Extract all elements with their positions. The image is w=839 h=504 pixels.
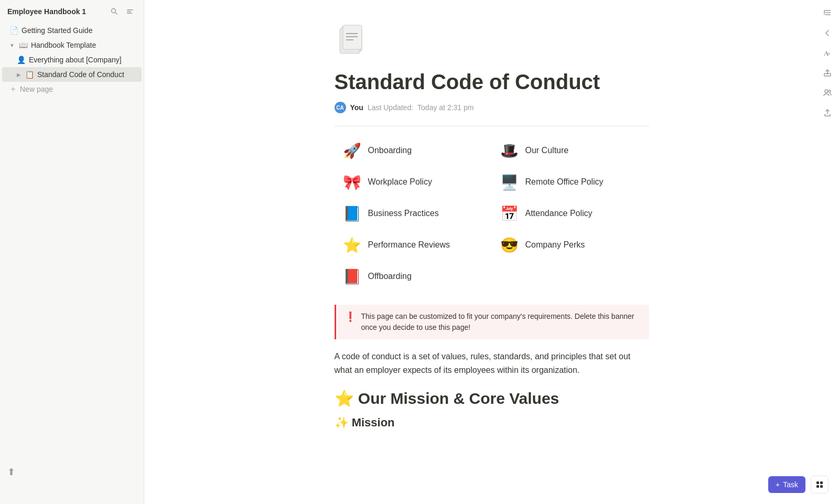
link-label: Workplace Policy bbox=[368, 177, 432, 187]
link-offboarding[interactable]: 📕 Offboarding bbox=[335, 261, 492, 292]
search-icon bbox=[110, 7, 119, 16]
toc-icon bbox=[823, 8, 832, 18]
right-panel: Aa bbox=[816, 0, 839, 504]
search-button[interactable] bbox=[108, 6, 121, 17]
svg-line-1 bbox=[115, 13, 117, 15]
section-heading: ⭐ Our Mission & Core Values bbox=[335, 389, 649, 408]
new-page-button[interactable]: ＋ New page bbox=[2, 82, 142, 96]
import-icon[interactable]: ⬆ bbox=[7, 467, 15, 477]
sub-heading-icon: ✨ bbox=[335, 416, 349, 429]
collapse-icon bbox=[126, 7, 134, 16]
link-label: Onboarding bbox=[368, 146, 412, 155]
company-perks-icon: 😎 bbox=[500, 235, 519, 254]
task-plus-icon: + bbox=[776, 480, 780, 489]
getting-started-icon: 📄 bbox=[9, 26, 18, 35]
sidebar-item-label: Getting Started Guide bbox=[21, 26, 92, 35]
users-icon[interactable] bbox=[820, 85, 835, 101]
grid-view-button[interactable] bbox=[811, 476, 829, 494]
svg-rect-4 bbox=[127, 13, 132, 14]
task-button[interactable]: + Task bbox=[768, 476, 805, 493]
body-text: A code of conduct is a set of values, ru… bbox=[335, 350, 649, 377]
back-icon[interactable] bbox=[820, 25, 835, 41]
company-icon: 👤 bbox=[17, 56, 26, 64]
last-updated-label: Last Updated: bbox=[368, 103, 413, 112]
author-name: You bbox=[350, 103, 363, 112]
content-area: Standard Code of Conduct CA You Last Upd… bbox=[303, 0, 681, 464]
link-label: Offboarding bbox=[368, 272, 412, 281]
grid-icon bbox=[815, 480, 824, 489]
link-our-culture[interactable]: 🎩 Our Culture bbox=[492, 135, 649, 166]
sidebar-item-everything-about[interactable]: 👤 Everything about [Company] bbox=[2, 52, 142, 67]
sidebar: Employee Handbook 1 📄 Getting Started Gu… bbox=[0, 0, 144, 504]
link-performance-reviews[interactable]: ⭐ Performance Reviews bbox=[335, 229, 492, 261]
handbook-icon: 📖 bbox=[19, 41, 28, 49]
link-label: Remote Office Policy bbox=[525, 177, 604, 187]
chevron-down-icon: ▼ bbox=[9, 42, 15, 48]
page-title: Standard Code of Conduct bbox=[335, 69, 649, 94]
font-size-icon: Aa bbox=[823, 48, 832, 58]
svg-text:a: a bbox=[828, 50, 830, 56]
share-icon[interactable] bbox=[820, 65, 835, 81]
main-content: Standard Code of Conduct CA You Last Upd… bbox=[144, 0, 839, 504]
page-document-icon bbox=[335, 21, 370, 57]
links-grid: 🚀 Onboarding 🎩 Our Culture 🎀 Workplace P… bbox=[335, 135, 649, 292]
svg-point-19 bbox=[829, 90, 831, 92]
link-remote-office-policy[interactable]: 🖥️ Remote Office Policy bbox=[492, 166, 649, 198]
svg-point-18 bbox=[825, 90, 828, 93]
link-workplace-policy[interactable]: 🎀 Workplace Policy bbox=[335, 166, 492, 198]
remote-office-icon: 🖥️ bbox=[500, 173, 519, 191]
link-onboarding[interactable]: 🚀 Onboarding bbox=[335, 135, 492, 166]
sidebar-item-label: Everything about [Company] bbox=[29, 56, 122, 64]
attendance-policy-icon: 📅 bbox=[500, 204, 519, 223]
share-up-icon bbox=[823, 68, 832, 78]
new-page-label: New page bbox=[20, 85, 53, 93]
our-culture-icon: 🎩 bbox=[500, 141, 519, 160]
upload-icon[interactable] bbox=[820, 105, 835, 121]
link-company-perks[interactable]: 😎 Company Perks bbox=[492, 229, 649, 261]
business-practices-icon: 📘 bbox=[343, 204, 362, 223]
sidebar-header-icons bbox=[108, 6, 136, 17]
svg-rect-21 bbox=[820, 481, 823, 484]
arrow-back-icon bbox=[823, 28, 832, 38]
workspace-title: Employee Handbook 1 bbox=[7, 7, 86, 16]
link-attendance-policy[interactable]: 📅 Attendance Policy bbox=[492, 198, 649, 229]
divider bbox=[335, 126, 649, 126]
sidebar-header: Employee Handbook 1 bbox=[0, 0, 144, 23]
link-label: Performance Reviews bbox=[368, 240, 450, 250]
onboarding-icon: 🚀 bbox=[343, 141, 362, 160]
performance-reviews-icon: ⭐ bbox=[343, 235, 362, 254]
sidebar-bottom: ⬆ bbox=[0, 461, 144, 483]
link-label: Company Perks bbox=[525, 240, 585, 250]
collapse-sidebar-button[interactable] bbox=[124, 6, 136, 17]
svg-rect-2 bbox=[127, 9, 133, 10]
table-of-contents-icon[interactable] bbox=[820, 5, 835, 21]
sidebar-item-standard-code[interactable]: ▶ 📋 Standard Code of Conduct bbox=[2, 67, 142, 82]
sub-heading-text: Mission bbox=[352, 416, 395, 429]
chevron-right-icon: ▶ bbox=[17, 72, 21, 78]
offboarding-icon: 📕 bbox=[343, 267, 362, 286]
task-label: Task bbox=[783, 480, 798, 489]
sidebar-item-handbook-template[interactable]: ▼ 📖 Handbook Template bbox=[2, 38, 142, 52]
info-banner: ❗ This page can be customized to fit you… bbox=[335, 305, 649, 339]
svg-rect-3 bbox=[127, 11, 131, 12]
svg-rect-20 bbox=[816, 481, 819, 484]
last-updated-value: Today at 2:31 pm bbox=[417, 103, 474, 112]
people-icon bbox=[823, 88, 832, 98]
link-label: Attendance Policy bbox=[525, 209, 593, 218]
page-meta: CA You Last Updated: Today at 2:31 pm bbox=[335, 102, 649, 113]
sub-heading: ✨ Mission bbox=[335, 416, 649, 430]
bottom-bar: + Task bbox=[768, 476, 829, 494]
sidebar-item-getting-started[interactable]: 📄 Getting Started Guide bbox=[2, 23, 142, 38]
avatar: CA bbox=[335, 102, 346, 113]
sidebar-item-label: Handbook Template bbox=[31, 41, 96, 49]
export-icon bbox=[823, 108, 832, 117]
svg-rect-22 bbox=[816, 485, 819, 488]
link-label: Business Practices bbox=[368, 209, 439, 218]
link-business-practices[interactable]: 📘 Business Practices bbox=[335, 198, 492, 229]
svg-rect-23 bbox=[820, 485, 823, 488]
sidebar-item-label: Standard Code of Conduct bbox=[37, 70, 124, 79]
banner-icon: ❗ bbox=[345, 311, 356, 323]
section-heading-text: Our Mission & Core Values bbox=[358, 390, 559, 407]
font-icon[interactable]: Aa bbox=[820, 45, 835, 61]
banner-text: This page can be customized to fit your … bbox=[361, 311, 641, 333]
